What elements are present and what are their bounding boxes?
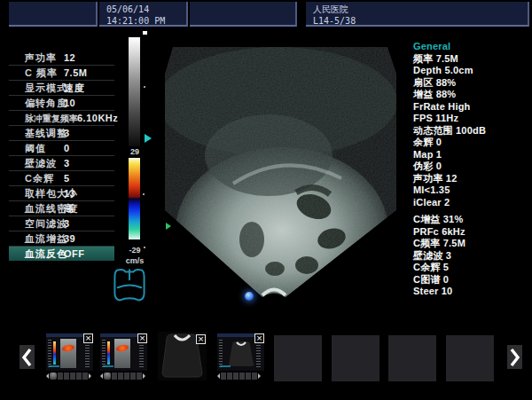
param-value: 13 — [64, 186, 75, 200]
scale-tick — [143, 193, 145, 195]
thumb-text-column — [139, 340, 144, 367]
info-line: Map 1 — [413, 149, 530, 161]
cine-frame — [239, 373, 245, 380]
param-row-threshold[interactable]: 阈值 0 — [9, 141, 114, 156]
thumb-text-column — [256, 340, 261, 367]
cine-strip-2[interactable] — [100, 372, 147, 380]
info-line: Steer 10 — [413, 286, 530, 298]
param-value: 7.5M — [64, 66, 87, 80]
clipboard-scroll-right-button[interactable] — [507, 345, 522, 369]
thumb-colorbar — [107, 341, 110, 365]
cine-frame — [124, 373, 129, 380]
cine-frame — [76, 373, 82, 380]
param-row-spatial-filter[interactable]: 空间滤波 3 — [9, 216, 114, 231]
cine-next-icon — [89, 373, 91, 379]
cine-strip-4[interactable] — [217, 372, 264, 380]
param-value: 3 — [64, 216, 70, 231]
close-thumbnail-4-button[interactable]: × — [254, 333, 264, 343]
ultrasound-screen: 05/06/14 14:21:00 PM 人民医院 L14-5/38 声功率 1… — [0, 0, 532, 400]
thumb-body-marker — [220, 365, 231, 367]
velocity-unit-label: cm/s — [123, 256, 146, 265]
hospital-box: 人民医院 L14-5/38 — [306, 2, 529, 27]
param-value: 6.10KHz — [77, 111, 118, 125]
param-label: 血流反色 — [25, 248, 67, 259]
cine-next-icon — [143, 373, 145, 379]
ultrasound-image[interactable] — [149, 40, 406, 306]
param-label: C 频率 — [25, 67, 58, 78]
cine-frame — [70, 373, 75, 380]
cine-strip-1[interactable] — [46, 372, 93, 380]
thumb-text-column — [85, 340, 90, 367]
info-line: 声功率 12 — [413, 173, 530, 185]
preset-title: General — [413, 41, 530, 53]
info-line: FPS 11Hz — [413, 113, 530, 125]
param-row-acoustic-power[interactable]: 声功率 12 — [9, 51, 114, 66]
param-value: 39 — [64, 231, 75, 246]
gain-marker-arrow-icon — [145, 134, 152, 143]
cine-frame — [82, 373, 88, 380]
chevron-left-icon — [22, 348, 32, 367]
param-row-wall-filter[interactable]: 壁滤波 3 — [9, 156, 114, 171]
param-row-c-persistence[interactable]: C余辉 5 — [9, 171, 114, 186]
close-thumbnail-1-button[interactable]: × — [83, 333, 93, 343]
cine-frame — [58, 373, 63, 380]
chevron-right-icon — [510, 348, 520, 367]
param-row-prf[interactable]: 脉冲重复频率 6.10KHz — [9, 111, 114, 126]
param-row-baseline[interactable]: 基线调整 3 — [9, 126, 114, 141]
param-label: 显示模式 — [25, 82, 67, 93]
info-line: FrRate High — [413, 101, 530, 114]
param-value: OFF — [64, 247, 85, 261]
param-label: 血流增益 — [25, 233, 67, 244]
endocavity-sector-mini — [226, 339, 256, 369]
focus-marker-arrow-icon — [166, 223, 171, 230]
info-line: 动态范围 100dB — [413, 125, 530, 137]
close-thumbnail-3-button[interactable]: × — [196, 334, 206, 344]
param-label: 脉冲重复频率 — [25, 114, 78, 123]
probe-orientation-dot — [245, 292, 254, 301]
probe-model: L14-5/38 — [313, 15, 528, 27]
param-row-packet-size[interactable]: 取样包大小 13 — [9, 186, 114, 201]
param-row-steer-angle[interactable]: 偏转角度 10 — [9, 96, 114, 111]
info-line: C增益 31% — [413, 214, 530, 226]
param-row-c-frequency[interactable]: C 频率 7.5M — [9, 66, 114, 81]
param-row-color-gain[interactable]: 血流增益 39 — [9, 231, 114, 247]
info-line: 壁滤波 3 — [413, 250, 530, 263]
info-line: C频率 7.5M — [413, 238, 530, 250]
info-line: iClear 2 — [413, 197, 530, 209]
param-label: 壁滤波 — [25, 158, 57, 169]
param-value: 5 — [64, 171, 70, 185]
date-text: 05/06/14 — [106, 4, 186, 15]
param-label: 空间滤波 — [25, 218, 67, 229]
datetime-box: 05/06/14 14:21:00 PM — [99, 2, 188, 27]
thumb-text-column — [219, 340, 223, 367]
cine-prev-icon — [217, 373, 220, 379]
param-value: 0 — [64, 141, 70, 155]
info-line: PRFc 6kHz — [413, 226, 530, 239]
thumb-text-column — [48, 340, 51, 367]
info-line: 扇区 88% — [413, 77, 530, 90]
info-line: C余辉 5 — [413, 262, 530, 274]
info-line: 增益 88% — [413, 89, 530, 101]
param-row-flow-invert-selected[interactable]: 血流反色 OFF — [9, 247, 114, 261]
cine-frame — [130, 373, 136, 380]
clipboard-scroll-left-button[interactable] — [20, 345, 35, 369]
param-value: 速度 — [64, 81, 84, 95]
empty-thumbnail-slot — [388, 335, 436, 381]
parameter-sidebar: 声功率 12 C 频率 7.5M 显示模式 速度 偏转角度 10 脉冲重复频率 … — [9, 51, 114, 261]
cine-frame — [118, 373, 123, 380]
param-row-line-density[interactable]: 血流线密度 高 — [9, 201, 114, 216]
thumb-sonogram — [60, 339, 76, 368]
param-label: 阈值 — [25, 143, 46, 153]
info-line: MI<1.35 — [413, 184, 530, 197]
body-marker-torso-icon[interactable] — [112, 267, 147, 304]
param-row-display-mode[interactable]: 显示模式 速度 — [9, 81, 114, 96]
velocity-max-label: 29 — [123, 147, 146, 156]
cine-next-icon — [258, 373, 261, 379]
scale-tick — [144, 86, 145, 88]
param-label: 偏转角度 — [25, 98, 67, 108]
param-value: 12 — [64, 51, 75, 65]
cine-prev-icon — [100, 373, 103, 379]
time-text: 14:21:00 PM — [106, 15, 186, 27]
exam-info-box — [190, 2, 297, 27]
close-thumbnail-2-button[interactable]: × — [137, 333, 147, 343]
